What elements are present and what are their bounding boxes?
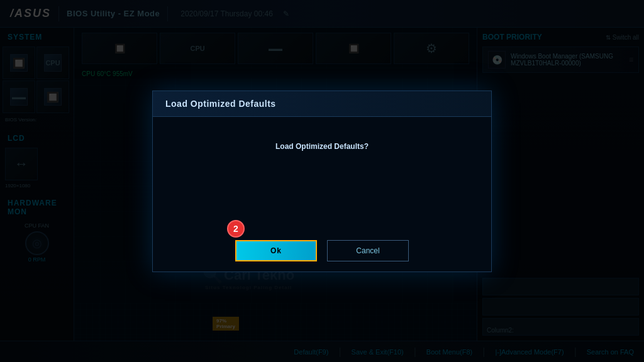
modal-title: Load Optimized Defaults [165,99,276,109]
modal-titlebar: Load Optimized Defaults [153,91,491,117]
modal-overlay: Load Optimized Defaults Load Optimized D… [0,0,644,362]
ok-button[interactable]: Ok [235,240,317,261]
modal-footer: 2 Ok Cancel [153,230,491,272]
cancel-button[interactable]: Cancel [327,240,409,261]
modal-question: Load Optimized Defaults? [275,142,369,151]
modal-body: Load Optimized Defaults? [153,117,491,230]
step-badge: 2 [227,220,245,238]
modal-dialog: Load Optimized Defaults Load Optimized D… [152,90,492,272]
